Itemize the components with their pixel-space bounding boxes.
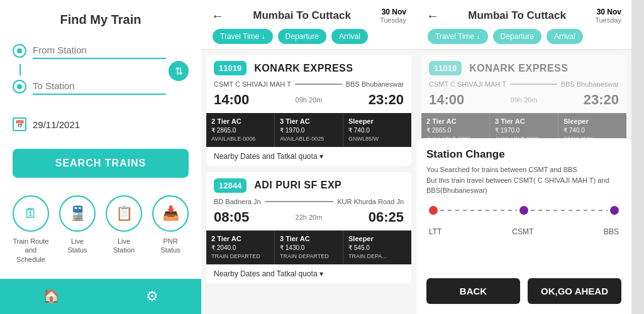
class-3ac-1[interactable]: 3 Tier AC ₹ 1970.0 AVAILABLE-0025 xyxy=(275,113,343,147)
ok-go-ahead-button[interactable]: OK,GO AHEAD xyxy=(528,278,621,304)
station-labels: LTT CSMT BBS xyxy=(426,227,621,236)
bottom-bar: 🏠 ⚙ xyxy=(0,279,201,314)
train-name-1: KONARK EXPRESS xyxy=(254,63,353,74)
duration-1: 09h 20m xyxy=(254,96,363,104)
from-icon xyxy=(13,44,26,58)
class-row-2: 2 Tier AC ₹ 2040.0 TRAIN DEPARTED 3 Tier… xyxy=(206,230,411,264)
class-row-1: 2 Tier AC ₹ 2865.0 AVAILABLE-0006 3 Tier… xyxy=(206,113,411,147)
duration-3: 09h 20m xyxy=(469,96,578,104)
track-dashes-2 xyxy=(531,210,608,211)
filter-departure-3[interactable]: Departure xyxy=(493,29,541,44)
overlay-title: Station Change xyxy=(426,148,621,161)
depart-3: 14:00 xyxy=(429,92,464,108)
day-display-3: Tuesday xyxy=(595,16,621,24)
track-dashes-1 xyxy=(440,210,517,211)
action-train-route-label: Train Routeand Schedule xyxy=(13,237,49,264)
bbs-dot xyxy=(610,206,619,215)
panel3-header: ← Mumbai To Cuttack 30 Nov Tuesday Trave… xyxy=(416,0,631,50)
to-station-input[interactable] xyxy=(33,78,166,95)
train-number-2: 12844 xyxy=(214,178,247,193)
calendar-icon: 📅 xyxy=(13,117,26,131)
arrive-time-2: 06:25 xyxy=(369,209,404,225)
duration-2: 22h 20m xyxy=(254,214,363,221)
route-title: Mumbai To Cuttack xyxy=(253,9,351,22)
label-ltt: LTT xyxy=(429,227,441,236)
train-list-panel: ← Mumbai To Cuttack 30 Nov Tuesday Trave… xyxy=(201,0,416,314)
route-title-3: Mumbai To Cuttack xyxy=(468,9,566,22)
panel2-header: ← Mumbai To Cuttack 30 Nov Tuesday Trave… xyxy=(201,0,416,50)
swap-button[interactable]: ⇅ xyxy=(169,61,189,81)
filter-travel-time[interactable]: Travel Time ↓ xyxy=(213,29,273,44)
filter-arrival-3[interactable]: Arrival xyxy=(547,29,583,44)
from-station-input[interactable] xyxy=(33,42,166,59)
action-live-station[interactable]: 📋 LiveStation xyxy=(106,195,142,264)
search-trains-button[interactable]: SEARCH TRAINS xyxy=(13,149,189,178)
live-station-icon: 📋 xyxy=(106,195,142,232)
train-number-3: 11019 xyxy=(429,61,462,75)
back-button[interactable]: ← xyxy=(211,9,224,23)
class-3ac-2[interactable]: 3 Tier AC ₹ 1430.0 TRAIN DEPARTED xyxy=(275,230,343,264)
train-times-1: 14:00 09h 20m 23:20 xyxy=(206,90,411,113)
date-display: 30 Nov xyxy=(380,8,406,16)
depart-time-1: 14:00 xyxy=(214,92,249,108)
train-times-3: 14:00 09h 20m 23:20 xyxy=(421,90,626,113)
station-track xyxy=(426,206,621,215)
to-station-1: BBS Bhubaneswar xyxy=(346,80,404,88)
quick-actions: 🗓 Train Routeand Schedule 🚆 LiveStatus 📋… xyxy=(13,195,189,264)
class-2ac-1[interactable]: 2 Tier AC ₹ 2865.0 AVAILABLE-0006 xyxy=(206,113,275,147)
filter-departure[interactable]: Departure xyxy=(278,29,326,44)
date-display: 29/11/2021 xyxy=(33,119,80,130)
label-csmt: CSMT xyxy=(512,227,533,236)
train-number-1: 11019 xyxy=(214,61,247,75)
header-top: ← Mumbai To Cuttack 30 Nov Tuesday xyxy=(211,8,406,24)
train-header-2: 12844 ADI PURI SF EXP xyxy=(206,172,411,197)
train-name-2: ADI PURI SF EXP xyxy=(254,180,341,191)
connector xyxy=(19,64,21,75)
settings-icon[interactable]: ⚙ xyxy=(146,288,158,305)
panel3-top: ← Mumbai To Cuttack 30 Nov Tuesday Trave… xyxy=(416,0,631,149)
back-button-overlay[interactable]: BACK xyxy=(426,278,520,304)
home-icon[interactable]: 🏠 xyxy=(43,288,60,305)
date-row: 📅 29/11/2021 xyxy=(13,117,189,131)
train-header-3: 11019 KONARK EXPRESS xyxy=(421,55,626,79)
to-station-3: BBS Bhubaneswar xyxy=(561,80,619,88)
from-station-1: CSMT C SHIVAJI MAH T xyxy=(214,80,291,88)
station-input-section: ⇅ xyxy=(13,42,189,100)
train-card-2[interactable]: 12844 ADI PURI SF EXP BD Badnera Jn KUR … xyxy=(206,172,411,283)
arrive-time-1: 23:20 xyxy=(369,92,404,108)
filter-row-3: Travel Time ↓ Departure Arrival xyxy=(426,29,621,44)
class-sl-1[interactable]: Sleeper ₹ 740.0 GNWL85/W xyxy=(343,113,411,147)
action-train-route[interactable]: 🗓 Train Routeand Schedule xyxy=(13,195,49,264)
train-card-1[interactable]: 11019 KONARK EXPRESS CSMT C SHIVAJI MAH … xyxy=(206,55,411,166)
from-station-3: CSMT C SHIVAJI MAH T xyxy=(429,80,506,88)
find-my-train-panel: Find My Train ⇅ 📅 29/11/2021 SEARCH TRAI… xyxy=(0,0,201,314)
train-route-2: BD Badnera Jn KUR Khurda Road Jn xyxy=(206,197,411,208)
depart-time-2: 08:05 xyxy=(214,209,249,225)
page-title: Find My Train xyxy=(60,13,142,27)
overlay-subtitle: You Searched for trains between CSMT and… xyxy=(426,165,621,196)
day-display: Tuesday xyxy=(380,16,406,24)
filter-travel-time-3[interactable]: Travel Time ↓ xyxy=(428,29,488,44)
back-button-3[interactable]: ← xyxy=(426,9,439,23)
nearby-dates-2[interactable]: Nearby Dates and Tatkal quota ▾ xyxy=(206,264,411,283)
class-sl-2[interactable]: Sleeper ₹ 545.0 TRAIN DEPA... xyxy=(343,230,411,264)
action-pnr-label: PNRStatus xyxy=(160,237,180,255)
station-change-panel: ← Mumbai To Cuttack 30 Nov Tuesday Trave… xyxy=(416,0,631,314)
to-station-2: KUR Khurda Road Jn xyxy=(337,198,404,205)
nearby-dates-1[interactable]: Nearby Dates and Tatkal quota ▾ xyxy=(206,147,411,166)
action-pnr-status[interactable]: 📥 PNRStatus xyxy=(152,195,189,264)
live-status-icon: 🚆 xyxy=(59,195,96,232)
train-route-icon: 🗓 xyxy=(13,195,49,232)
filter-row: Travel Time ↓ Departure Arrival xyxy=(211,29,406,44)
train-times-2: 08:05 22h 20m 06:25 xyxy=(206,208,411,230)
arrive-3: 23:20 xyxy=(584,92,619,108)
filter-arrival[interactable]: Arrival xyxy=(331,29,368,44)
label-bbs: BBS xyxy=(604,227,619,236)
route-line-2 xyxy=(265,201,334,202)
date-display-3: 30 Nov xyxy=(595,8,621,16)
to-station-row xyxy=(13,78,166,95)
action-live-status[interactable]: 🚆 LiveStatus xyxy=(59,195,96,264)
action-live-station-label: LiveStation xyxy=(113,237,135,255)
class-2ac-2[interactable]: 2 Tier AC ₹ 2040.0 TRAIN DEPARTED xyxy=(206,230,275,264)
to-icon xyxy=(13,80,26,94)
